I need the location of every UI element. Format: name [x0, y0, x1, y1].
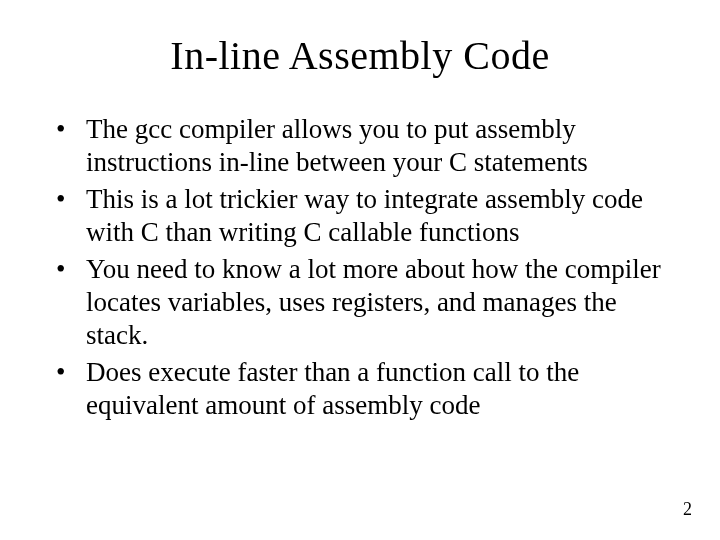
- list-item: Does execute faster than a function call…: [48, 356, 672, 422]
- list-item: You need to know a lot more about how th…: [48, 253, 672, 352]
- list-item: This is a lot trickier way to integrate …: [48, 183, 672, 249]
- list-item: The gcc compiler allows you to put assem…: [48, 113, 672, 179]
- slide-title: In-line Assembly Code: [48, 32, 672, 79]
- slide: In-line Assembly Code The gcc compiler a…: [0, 0, 720, 540]
- page-number: 2: [683, 499, 692, 520]
- bullet-list: The gcc compiler allows you to put assem…: [48, 113, 672, 421]
